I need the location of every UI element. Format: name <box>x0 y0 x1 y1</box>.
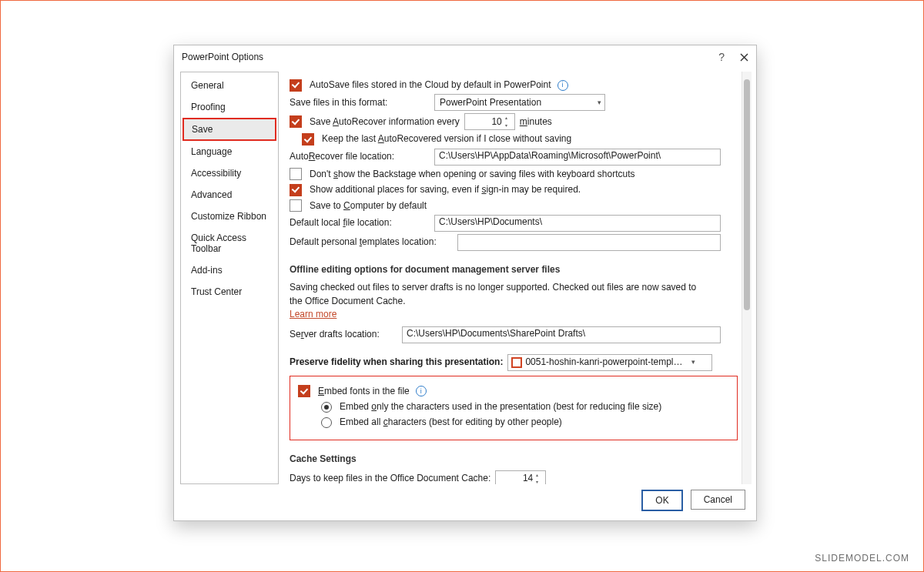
help-icon[interactable]: ? <box>718 51 725 63</box>
embed-all-label: Embed all characters (best for editing b… <box>340 416 562 429</box>
scrollbar-thumb[interactable] <box>744 79 750 310</box>
sidebar-item-save[interactable]: Save <box>182 118 276 141</box>
ar-location-field[interactable]: C:\Users\HP\AppData\Roaming\Microsoft\Po… <box>434 149 721 166</box>
show-additional-label: Show additional places for saving, even … <box>310 183 581 196</box>
dialog-title: PowerPoint Options <box>182 52 263 62</box>
autorecover-label: Save AutoRecover information every <box>310 115 460 129</box>
watermark: SLIDEMODEL.COM <box>815 553 909 564</box>
powerpoint-file-icon <box>511 357 522 368</box>
ok-button[interactable]: OK <box>641 490 682 511</box>
sidebar-item-addins[interactable]: Add-ins <box>182 259 276 281</box>
info-icon[interactable]: i <box>416 386 427 396</box>
scrollbar[interactable] <box>742 72 752 484</box>
ar-location-label: AutoRecover file location: <box>290 150 430 163</box>
content-pane: AutoSave files stored in the Cloud by de… <box>288 72 752 484</box>
format-label: Save files in this format: <box>290 96 430 109</box>
autosave-checkbox[interactable] <box>290 79 302 92</box>
sidebar-item-general[interactable]: General <box>182 75 276 96</box>
preserve-heading: Preserve fidelity when sharing this pres… <box>290 356 503 369</box>
sidebar-item-customize-ribbon[interactable]: Customize Ribbon <box>182 206 276 227</box>
server-drafts-field[interactable]: C:\Users\HP\Documents\SharePoint Drafts\ <box>402 326 721 343</box>
embed-only-label: Embed only the characters used in the pr… <box>340 400 661 413</box>
show-additional-checkbox[interactable] <box>290 184 302 196</box>
cache-days-label: Days to keep files in the Office Documen… <box>290 472 490 484</box>
sidebar-item-advanced[interactable]: Advanced <box>182 184 276 206</box>
titlebar: PowerPoint Options ? <box>174 45 756 69</box>
backstage-label: Don't show the Backstage when opening or… <box>310 168 635 181</box>
sidebar-item-accessibility[interactable]: Accessibility <box>182 162 276 184</box>
embed-fonts-callout: Embed fonts in the file i Embed only the… <box>290 376 738 440</box>
sidebar-item-trust-center[interactable]: Trust Center <box>182 281 276 303</box>
info-icon[interactable]: i <box>557 80 568 91</box>
minutes-label: minutes <box>520 115 552 129</box>
embed-only-radio[interactable] <box>321 402 332 413</box>
learn-more-link[interactable]: Learn more <box>290 309 336 319</box>
keep-last-label: Keep the last AutoRecovered version if I… <box>322 132 571 146</box>
sidebar-item-language[interactable]: Language <box>182 141 276 162</box>
embed-fonts-checkbox[interactable] <box>298 385 310 397</box>
sidebar-item-proofing[interactable]: Proofing <box>182 96 276 118</box>
save-to-computer-checkbox[interactable] <box>290 199 302 212</box>
category-list: General Proofing Save Language Accessibi… <box>180 72 279 484</box>
keep-last-checkbox[interactable] <box>302 133 314 146</box>
default-file-field[interactable]: C:\Users\HP\Documents\ <box>434 215 721 232</box>
cache-days-field[interactable]: 14 ▴▾ <box>495 470 546 484</box>
server-drafts-label: Server drafts location: <box>290 328 397 341</box>
cancel-button[interactable]: Cancel <box>691 490 745 510</box>
default-file-label: Default local file location: <box>290 216 430 229</box>
embed-all-radio[interactable] <box>321 417 332 428</box>
offline-body: Saving checked out files to server draft… <box>290 281 705 308</box>
cache-heading: Cache Settings <box>290 453 738 466</box>
default-tpl-label: Default personal templates location: <box>290 236 453 249</box>
close-icon[interactable] <box>740 53 748 62</box>
save-to-computer-label: Save to Computer by default <box>310 199 427 212</box>
options-dialog: PowerPoint Options ? General Proofing Sa… <box>173 45 757 521</box>
presentation-select[interactable]: 0051-hoshin-kanri-powerpoint-template...… <box>507 354 712 371</box>
sidebar-item-qat[interactable]: Quick Access Toolbar <box>182 227 276 259</box>
autosave-label: AutoSave files stored in the Cloud by de… <box>310 79 551 92</box>
embed-fonts-label: Embed fonts in the file <box>318 385 410 398</box>
backstage-checkbox[interactable] <box>290 168 302 180</box>
file-format-select[interactable]: PowerPoint Presentation▾ <box>434 94 605 111</box>
offline-heading: Offline editing options for document man… <box>290 263 738 276</box>
default-tpl-field[interactable] <box>457 234 721 251</box>
autorecover-checkbox[interactable] <box>290 115 302 128</box>
autorecover-minutes[interactable]: 10 ▴▾ <box>464 113 515 130</box>
